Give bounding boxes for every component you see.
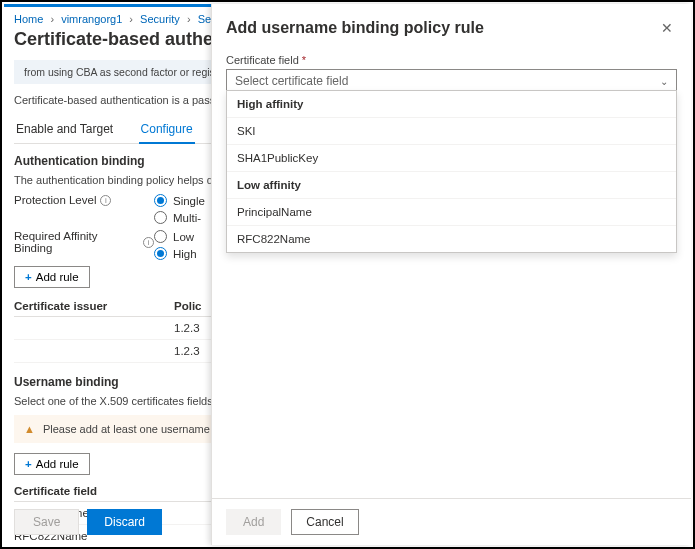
affinity-low-option[interactable]: Low [154, 230, 197, 243]
radio-icon [154, 247, 167, 260]
radio-label: Single [173, 195, 205, 207]
plus-icon: + [25, 271, 32, 283]
panel-add-button: Add [226, 509, 281, 535]
panel-title: Add username binding policy rule [226, 19, 484, 37]
dropdown-group-high: High affinity [227, 91, 676, 118]
chevron-down-icon: ⌄ [660, 76, 668, 87]
save-button: Save [14, 509, 79, 535]
radio-label: High [173, 248, 197, 260]
tab-enable-target[interactable]: Enable and Target [14, 116, 115, 142]
add-auth-rule-button[interactable]: + Add rule [14, 266, 90, 288]
certificate-field-label: Certificate field [226, 54, 299, 66]
breadcrumb-sep: › [50, 13, 54, 25]
dropdown-option-ski[interactable]: SKI [227, 118, 676, 145]
breadcrumb-security[interactable]: Security [140, 13, 180, 25]
breadcrumb-sep: › [129, 13, 133, 25]
affinity-binding-label: Required Affinity Binding [14, 230, 139, 254]
warning-icon: ▲ [24, 423, 35, 435]
info-icon[interactable]: i [143, 237, 154, 248]
select-placeholder: Select certificate field [235, 74, 348, 88]
add-rule-label: Add rule [36, 458, 79, 470]
radio-label: Low [173, 231, 194, 243]
plus-icon: + [25, 458, 32, 470]
radio-icon [154, 211, 167, 224]
radio-icon [154, 230, 167, 243]
dropdown-option-rfc822name[interactable]: RFC822Name [227, 226, 676, 252]
protection-single-option[interactable]: Single [154, 194, 205, 207]
breadcrumb-home[interactable]: Home [14, 13, 43, 25]
radio-icon [154, 194, 167, 207]
add-rule-label: Add rule [36, 271, 79, 283]
breadcrumb-sep: › [187, 13, 191, 25]
col-certificate-issuer: Certificate issuer [14, 300, 174, 312]
breadcrumb-org[interactable]: vimrangorg1 [61, 13, 122, 25]
certificate-field-dropdown: High affinity SKI SHA1PublicKey Low affi… [226, 90, 677, 253]
protection-level-label: Protection Level [14, 194, 96, 206]
protection-multi-option[interactable]: Multi- [154, 211, 205, 224]
dropdown-option-sha1[interactable]: SHA1PublicKey [227, 145, 676, 172]
affinity-high-option[interactable]: High [154, 247, 197, 260]
dropdown-group-low: Low affinity [227, 172, 676, 199]
dropdown-option-principalname[interactable]: PrincipalName [227, 199, 676, 226]
close-icon[interactable]: ✕ [657, 16, 677, 40]
info-icon[interactable]: i [100, 195, 111, 206]
cell-oid: 1.2.3 [174, 345, 200, 357]
col-policy: Polic [174, 300, 201, 312]
add-username-rule-button[interactable]: + Add rule [14, 453, 90, 475]
required-mark: * [302, 54, 306, 66]
cell-oid: 1.2.3 [174, 322, 200, 334]
panel-cancel-button[interactable]: Cancel [291, 509, 358, 535]
add-rule-panel: Add username binding policy rule ✕ Certi… [211, 4, 691, 545]
tab-configure[interactable]: Configure [139, 116, 195, 144]
discard-button[interactable]: Discard [87, 509, 162, 535]
radio-label: Multi- [173, 212, 201, 224]
